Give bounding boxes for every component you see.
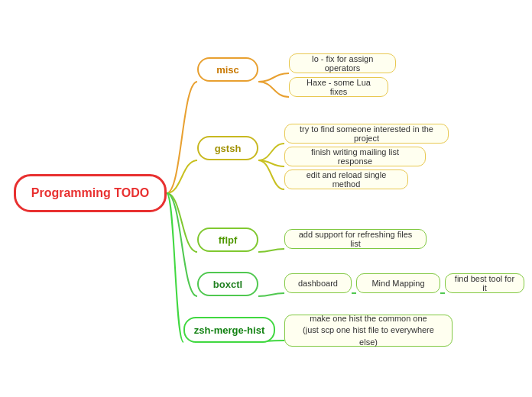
leaf-gstsh-3: edit and reload single method — [284, 169, 408, 189]
branch-gstsh: gstsh — [197, 136, 258, 160]
leaf-boxctl-2: Mind Mapping — [356, 273, 440, 293]
leaf-misc-1: Io - fix for assign operators — [289, 53, 396, 73]
leaf-zsh-1: make one hist the common one (just scp o… — [284, 315, 453, 347]
leaf-boxctl-1: dashboard — [284, 273, 352, 293]
branch-fflpf: fflpf — [197, 228, 258, 252]
branch-boxctl: boxctl — [197, 272, 258, 296]
branch-misc-label: misc — [216, 64, 239, 76]
branch-zsh: zsh-merge-hist — [183, 317, 275, 343]
leaf-fflpf-1: add support for refreshing files list — [284, 229, 427, 249]
leaf-boxctl-3: find best tool for it — [445, 273, 524, 293]
branch-misc: misc — [197, 57, 258, 82]
branch-zsh-label: zsh-merge-hist — [194, 324, 264, 336]
branch-fflpf-label: fflpf — [219, 234, 238, 246]
branch-gstsh-label: gstsh — [215, 143, 242, 154]
center-label: Programming TODO — [31, 186, 149, 200]
center-node: Programming TODO — [14, 174, 167, 212]
leaf-gstsh-1: try to find someone interested in the pr… — [284, 124, 449, 144]
leaf-misc-2: Haxe - some Lua fixes — [289, 77, 388, 97]
leaf-gstsh-2: finish writing mailing list response — [284, 147, 426, 166]
branch-boxctl-label: boxctl — [213, 279, 242, 290]
